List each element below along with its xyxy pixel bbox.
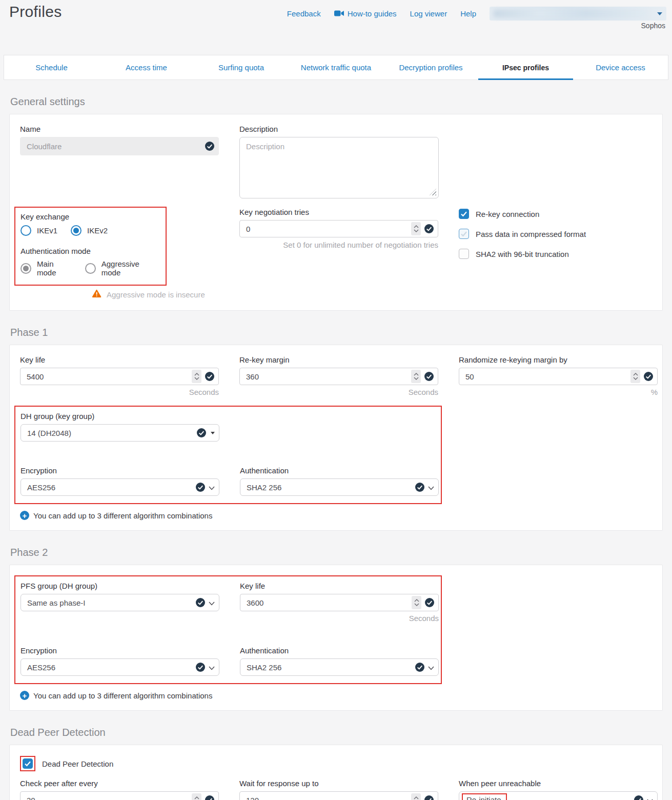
- tab-access-time[interactable]: Access time: [99, 55, 194, 79]
- caret-down-icon: [657, 12, 662, 15]
- feedback-link[interactable]: Feedback: [287, 9, 321, 18]
- p1-dh-group: DH group (key group) 14 (DH2048): [21, 412, 219, 442]
- log-viewer-label: Log viewer: [410, 9, 447, 18]
- sha2-truncation-checkbox-row[interactable]: SHA2 with 96-bit truncation: [459, 249, 658, 259]
- tab-device-access[interactable]: Device access: [573, 55, 668, 79]
- feedback-label: Feedback: [287, 9, 321, 18]
- valid-check-icon: [205, 795, 214, 800]
- dpd-wait-response-input[interactable]: 120: [239, 791, 438, 800]
- number-stepper[interactable]: [411, 793, 421, 800]
- annotation-box-dpd-checkbox: [20, 756, 35, 771]
- p2-authentication-select[interactable]: SHA2 256: [240, 658, 439, 676]
- radio-ikev2-label: IKEv2: [87, 226, 108, 235]
- radio-main-mode-label: Main mode: [37, 259, 75, 277]
- p1-encryption-label: Encryption: [21, 466, 219, 475]
- p2-key-life-group: Key life 3600 Seconds: [240, 582, 439, 623]
- dpd-when-unreachable-select[interactable]: Re-initiate: [459, 791, 658, 800]
- p1-dh-group-select[interactable]: 14 (DH2048): [21, 424, 219, 442]
- p1-dh-group-label: DH group (key group): [21, 412, 219, 421]
- valid-check-icon: [415, 483, 424, 492]
- number-stepper[interactable]: [411, 370, 421, 383]
- dpd-when-unreachable-group: When peer unreachable Re-initiate: [459, 779, 658, 800]
- chevron-down-icon: [647, 796, 653, 800]
- p1-authentication-group: Authentication SHA2 256: [240, 466, 439, 496]
- p2-encryption-select[interactable]: AES256: [21, 658, 219, 676]
- p1-rekey-margin-input[interactable]: 360: [239, 368, 438, 385]
- phase1-card: Key life 5400 Seconds Re-key margin 360 …: [9, 345, 663, 531]
- number-stepper[interactable]: [192, 370, 201, 383]
- rekey-connection-checkbox-row[interactable]: Re-key connection: [459, 209, 658, 219]
- dpd-wait-response-value: 120: [246, 796, 259, 800]
- p1-rekey-margin-unit: Seconds: [239, 388, 438, 396]
- number-stepper[interactable]: [412, 596, 421, 609]
- annotation-box-phase2-algorithms: PFS group (DH group) Same as phase-I Key…: [14, 575, 442, 684]
- p1-rekey-margin-value: 360: [246, 372, 259, 381]
- tab-surfing-quota[interactable]: Surfing quota: [194, 55, 289, 79]
- p1-encryption-select[interactable]: AES256: [21, 478, 219, 496]
- p1-dh-group-value: 14 (DH2048): [27, 429, 71, 437]
- p2-key-life-input[interactable]: 3600: [240, 594, 439, 611]
- general-settings-card: Name Cloudflare Description Key exchange: [9, 114, 663, 311]
- p2-authentication-group: Authentication SHA2 256: [240, 646, 439, 676]
- dpd-when-unreachable-label: When peer unreachable: [459, 779, 658, 788]
- tab-ipsec-profiles[interactable]: IPsec profiles: [478, 55, 573, 79]
- howto-guides-link[interactable]: How-to guides: [334, 9, 397, 18]
- name-input[interactable]: Cloudflare: [20, 137, 219, 155]
- p1-add-combination[interactable]: + You can add up to 3 different algorith…: [20, 511, 652, 520]
- p2-key-life-label: Key life: [240, 582, 439, 590]
- p2-add-combination[interactable]: + You can add up to 3 different algorith…: [20, 691, 652, 700]
- p1-randomize-value: 50: [465, 372, 474, 381]
- tab-network-traffic-quota[interactable]: Network traffic quota: [289, 55, 383, 79]
- tab-schedule[interactable]: Schedule: [4, 55, 99, 79]
- radio-circle-icon: [21, 225, 31, 236]
- dpd-check-peer-input[interactable]: 30: [20, 791, 219, 800]
- p1-rekey-margin-group: Re-key margin 360 Seconds: [239, 355, 438, 396]
- dpd-card: Dead Peer Detection Check peer after eve…: [9, 745, 663, 800]
- p1-add-note-text: You can add up to 3 different algorithm …: [33, 511, 212, 520]
- plus-icon: +: [20, 511, 29, 520]
- compressed-format-checkbox-row[interactable]: Pass data in compressed format: [459, 229, 658, 239]
- p2-pfs-select[interactable]: Same as phase-I: [21, 594, 219, 611]
- p1-randomize-unit: %: [459, 388, 658, 396]
- key-negotiation-input[interactable]: 0: [239, 220, 438, 237]
- log-viewer-link[interactable]: Log viewer: [410, 9, 447, 18]
- valid-check-icon: [197, 428, 206, 437]
- radio-ikev2[interactable]: IKEv2: [71, 225, 108, 236]
- p1-key-life-input[interactable]: 5400: [20, 368, 219, 385]
- radio-aggressive-mode[interactable]: Aggressive mode: [85, 259, 160, 277]
- p2-encryption-group: Encryption AES256: [21, 646, 219, 676]
- number-stepper[interactable]: [630, 370, 640, 383]
- appliance-selector[interactable]: [490, 7, 666, 21]
- radio-ikev1[interactable]: IKEv1: [21, 225, 57, 236]
- number-stepper[interactable]: [411, 222, 421, 235]
- key-negotiation-label: Key negotiation tries: [239, 208, 438, 216]
- aggressive-mode-warning: Aggressive mode is insecure: [92, 289, 219, 300]
- dpd-check-peer-label: Check peer after every: [20, 779, 219, 788]
- valid-check-icon: [205, 372, 214, 381]
- tab-decryption-profiles[interactable]: Decryption profiles: [383, 55, 478, 79]
- valid-check-icon: [425, 598, 434, 607]
- p1-key-life-unit: Seconds: [20, 388, 219, 396]
- general-settings-heading: General settings: [10, 96, 672, 108]
- number-stepper[interactable]: [192, 793, 201, 800]
- chevron-down-icon: [209, 663, 215, 672]
- dpd-enable-row: Dead Peer Detection: [20, 758, 652, 769]
- dpd-heading: Dead Peer Detection: [10, 727, 672, 738]
- phase1-heading: Phase 1: [10, 327, 672, 338]
- description-input[interactable]: [239, 137, 439, 198]
- auth-mode-label: Authentication mode: [21, 247, 160, 255]
- radio-ikev1-label: IKEv1: [37, 226, 57, 235]
- dpd-enable-checkbox[interactable]: [23, 758, 33, 769]
- p1-rekey-margin-label: Re-key margin: [239, 355, 438, 364]
- key-negotiation-help: Set 0 for unlimited number of negotiatio…: [239, 241, 438, 249]
- p1-randomize-input[interactable]: 50: [459, 368, 658, 385]
- help-link[interactable]: Help: [460, 9, 476, 18]
- key-negotiation-value: 0: [246, 225, 250, 233]
- p1-encryption-value: AES256: [27, 483, 55, 492]
- tab-bar: Schedule Access time Surfing quota Netwo…: [4, 55, 668, 80]
- radio-main-mode[interactable]: Main mode: [21, 259, 75, 277]
- chevron-down-icon: [428, 663, 434, 672]
- chevron-down-icon: [428, 483, 434, 492]
- checkbox-checked-icon: [459, 209, 469, 219]
- p1-authentication-select[interactable]: SHA2 256: [240, 478, 439, 496]
